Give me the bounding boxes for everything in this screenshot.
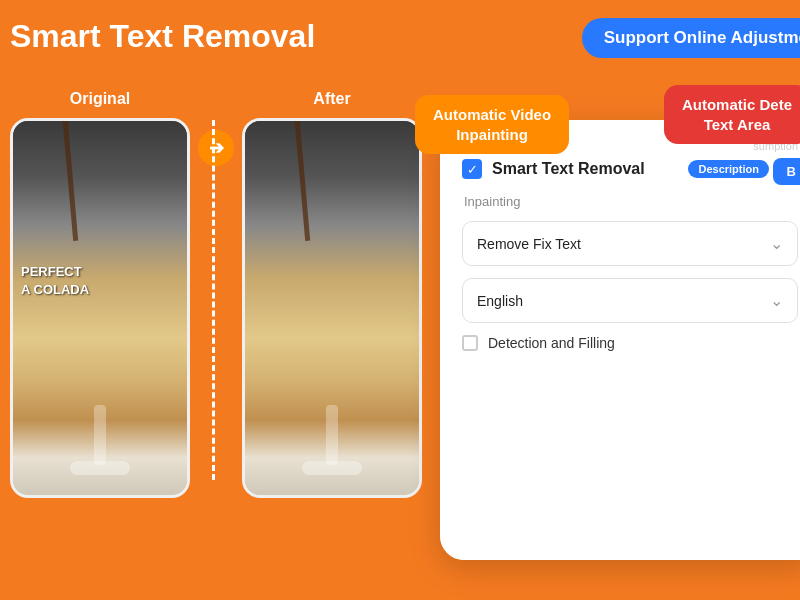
page-title: Smart Text Removal xyxy=(10,18,315,55)
after-label: After xyxy=(313,90,350,108)
settings-panel: sumption ✓ Smart Text Removal Descriptio… xyxy=(440,120,800,560)
image-comparison-section: Original PERFECT A COLADA ➔ After xyxy=(0,80,490,580)
original-label: Original xyxy=(70,90,130,108)
dropdown2-arrow-icon: ⌄ xyxy=(770,291,783,310)
dropdown1-arrow-icon: ⌄ xyxy=(770,234,783,253)
panel-header-row: ✓ Smart Text Removal Description ❯ xyxy=(462,158,798,180)
description-badge[interactable]: Description xyxy=(688,160,769,178)
original-image-block: Original PERFECT A COLADA xyxy=(10,90,190,498)
panel-main-checkbox[interactable]: ✓ xyxy=(462,159,482,179)
after-image-block: After xyxy=(242,90,422,498)
dropdown2-value: English xyxy=(477,293,523,309)
auto-video-inpainting-badge: Automatic Video Inpainting xyxy=(415,95,569,154)
arrow-divider: ➔ xyxy=(190,130,242,166)
arrow-icon: ➔ xyxy=(198,130,234,166)
detection-filling-row[interactable]: Detection and Filling xyxy=(462,335,798,351)
original-image: PERFECT A COLADA xyxy=(10,118,190,498)
detection-filling-checkbox[interactable] xyxy=(462,335,478,351)
detection-filling-label: Detection and Filling xyxy=(488,335,615,351)
after-image xyxy=(242,118,422,498)
inpainting-label: Inpainting xyxy=(464,194,798,209)
dropdown1-value: Remove Fix Text xyxy=(477,236,581,252)
support-online-button[interactable]: Support Online Adjustme xyxy=(582,18,800,58)
panel-bottom-fade xyxy=(440,490,800,560)
original-text-overlay: PERFECT A COLADA xyxy=(21,263,89,299)
blue-partial-button[interactable]: B xyxy=(773,158,800,185)
language-dropdown[interactable]: English ⌄ xyxy=(462,278,798,323)
dashed-divider xyxy=(212,120,215,480)
auto-detect-badge: Automatic Dete Text Area xyxy=(664,85,800,144)
remove-fix-text-dropdown[interactable]: Remove Fix Text ⌄ xyxy=(462,221,798,266)
panel-title: Smart Text Removal xyxy=(492,160,678,178)
